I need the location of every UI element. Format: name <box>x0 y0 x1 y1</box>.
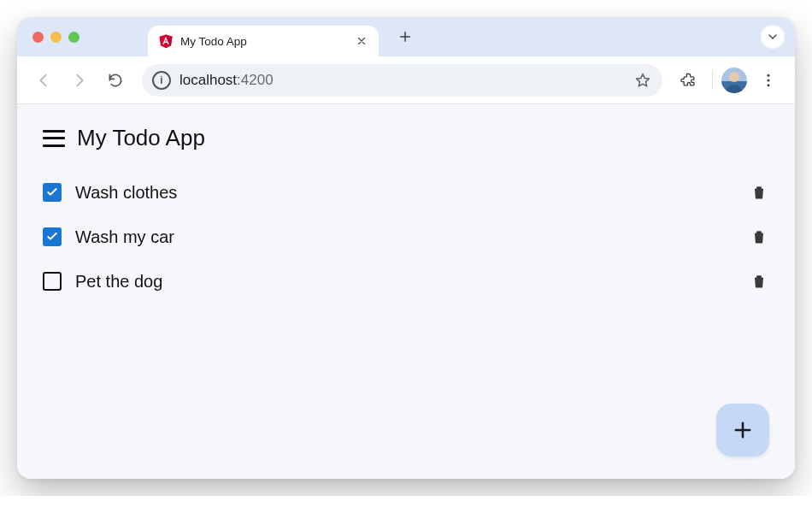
app-title: My Todo App <box>77 125 205 151</box>
extensions-button[interactable] <box>674 66 703 95</box>
profile-avatar[interactable] <box>721 68 747 93</box>
browser-tab[interactable]: My Todo App <box>148 26 379 56</box>
checkbox-checked[interactable] <box>43 183 62 202</box>
todo-label: Pet the dog <box>75 272 735 292</box>
window-minimize-button[interactable] <box>50 32 62 43</box>
browser-window: My Todo App i localhost:4200 <box>17 17 795 479</box>
app-content: My Todo App Wash clothes Wash my car <box>17 104 795 479</box>
site-info-icon[interactable]: i <box>152 71 171 90</box>
tab-strip: My Todo App <box>17 17 795 56</box>
todo-item: Wash clothes <box>43 182 769 203</box>
url-port: :4200 <box>237 72 274 88</box>
delete-icon[interactable] <box>749 271 769 292</box>
tab-close-button[interactable] <box>355 34 368 48</box>
window-close-button[interactable] <box>32 32 44 43</box>
svg-point-3 <box>768 79 770 81</box>
add-todo-button[interactable] <box>716 404 769 457</box>
todo-list: Wash clothes Wash my car Pet the dog <box>43 182 769 292</box>
svg-point-2 <box>768 74 770 76</box>
angular-favicon <box>158 33 174 49</box>
bookmark-button[interactable] <box>633 71 652 90</box>
todo-label: Wash clothes <box>75 183 735 203</box>
app-header: My Todo App <box>43 125 769 151</box>
address-bar[interactable]: i localhost:4200 <box>142 64 662 97</box>
back-button[interactable] <box>29 66 58 95</box>
delete-icon[interactable] <box>749 182 769 203</box>
tab-search-button[interactable] <box>761 25 785 49</box>
reload-button[interactable] <box>101 66 130 95</box>
forward-button[interactable] <box>65 66 94 95</box>
browser-toolbar: i localhost:4200 <box>17 56 795 104</box>
tab-title: My Todo App <box>180 35 348 48</box>
window-controls <box>32 32 79 43</box>
url-text: localhost:4200 <box>179 72 274 89</box>
menu-icon[interactable] <box>43 130 65 147</box>
todo-item: Wash my car <box>43 227 769 247</box>
window-maximize-button[interactable] <box>68 32 79 43</box>
url-host: localhost <box>179 72 237 88</box>
todo-item: Pet the dog <box>43 271 769 292</box>
delete-icon[interactable] <box>749 227 769 247</box>
new-tab-button[interactable] <box>392 24 418 50</box>
toolbar-divider <box>712 71 713 90</box>
checkbox-unchecked[interactable] <box>43 272 62 291</box>
todo-label: Wash my car <box>75 227 735 247</box>
svg-point-4 <box>768 84 770 86</box>
browser-menu-button[interactable] <box>754 66 783 95</box>
checkbox-checked[interactable] <box>43 227 62 246</box>
